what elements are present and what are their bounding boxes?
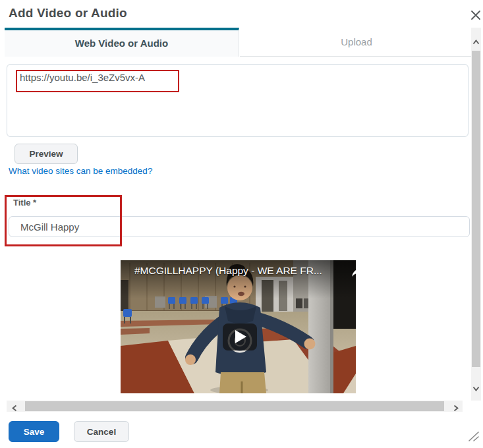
dialog-title: Add Video or Audio bbox=[9, 6, 127, 20]
horizontal-scrollbar-thumb[interactable] bbox=[25, 401, 444, 411]
title-field-label: Title * bbox=[13, 198, 36, 208]
video-url-textarea[interactable]: https://youtu.be/i_3eZv5vx-A bbox=[7, 64, 469, 137]
video-title-text: #MCGILLHAPPY (Happy - WE ARE FR... bbox=[134, 265, 332, 277]
tab-label: Web Video or Audio bbox=[75, 38, 168, 49]
vertical-scrollbar[interactable] bbox=[471, 28, 481, 401]
cancel-button[interactable]: Cancel bbox=[74, 421, 129, 442]
tab-label: Upload bbox=[341, 36, 372, 47]
scroll-up-icon[interactable] bbox=[472, 36, 480, 47]
tab-web-video-or-audio[interactable]: Web Video or Audio bbox=[5, 28, 239, 57]
horizontal-scrollbar[interactable] bbox=[7, 401, 463, 412]
tab-upload[interactable]: Upload bbox=[240, 28, 473, 57]
scroll-down-icon[interactable] bbox=[472, 382, 480, 394]
close-icon bbox=[470, 13, 481, 22]
resize-handle-icon[interactable] bbox=[467, 430, 481, 443]
video-url-value: https://youtu.be/i_3eZv5vx-A bbox=[20, 72, 145, 83]
scroll-left-icon[interactable] bbox=[12, 403, 17, 414]
save-button[interactable]: Save bbox=[9, 421, 59, 442]
tab-strip: Web Video or Audio Upload bbox=[5, 28, 473, 57]
embed-help-link[interactable]: What video sites can be embedded? bbox=[9, 166, 152, 176]
play-button[interactable] bbox=[223, 323, 257, 350]
close-button[interactable] bbox=[468, 8, 483, 24]
scroll-right-icon[interactable] bbox=[453, 403, 459, 414]
preview-button[interactable]: Preview bbox=[14, 144, 78, 164]
title-input[interactable] bbox=[9, 216, 470, 237]
vertical-scrollbar-thumb[interactable] bbox=[472, 51, 480, 367]
play-icon bbox=[235, 330, 246, 343]
video-thumbnail[interactable]: #MCGILLHAPPY (Happy - WE ARE FR... bbox=[121, 260, 356, 393]
